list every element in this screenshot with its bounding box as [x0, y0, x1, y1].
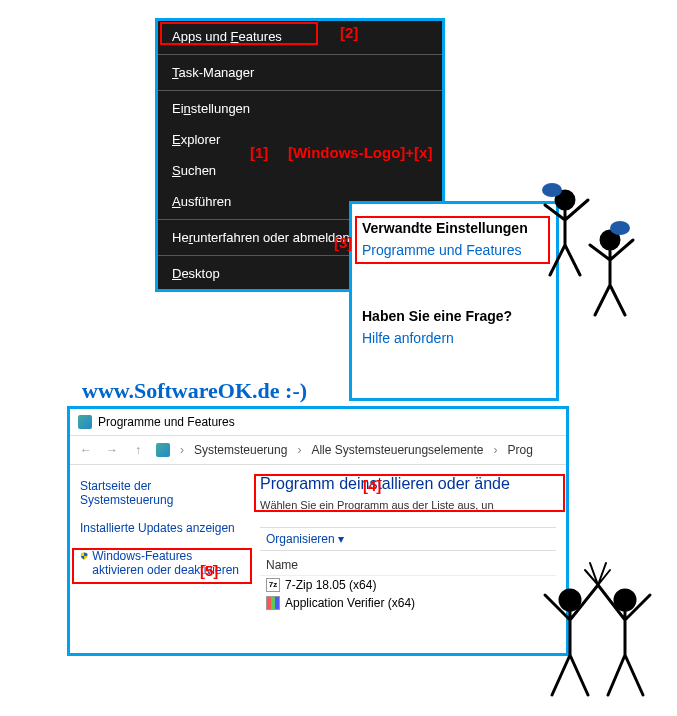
annotation-5: [5]	[200, 562, 218, 579]
app-icon	[266, 596, 280, 610]
sidebar-link-updates[interactable]: Installierte Updates anzeigen	[80, 521, 240, 535]
help-link[interactable]: Hilfe anfordern	[362, 330, 546, 346]
menu-item-settings[interactable]: Einstellungen	[158, 93, 442, 124]
annotation-4: [4]	[363, 477, 381, 494]
annotation-1-hint: [Windows-Logo]+[x]	[288, 144, 432, 161]
highlight-box-2	[160, 22, 318, 45]
highlight-box-3	[355, 216, 550, 264]
up-button[interactable]: ↑	[130, 442, 146, 458]
7zip-icon: 7z	[266, 578, 280, 592]
svg-point-2	[601, 231, 619, 249]
breadcrumb-item[interactable]: Systemsteuerung	[194, 443, 287, 457]
control-panel-icon	[156, 443, 170, 457]
program-row[interactable]: Application Verifier (x64)	[260, 594, 556, 612]
sidebar-link-home[interactable]: Startseite der Systemsteuerung	[80, 479, 240, 507]
menu-separator	[158, 90, 442, 91]
annotation-3: [3]	[334, 234, 352, 251]
crumb-sep-icon: ›	[180, 443, 184, 457]
programs-features-window: Programme und Features ← → ↑ › Systemste…	[67, 406, 569, 656]
highlight-box-5	[72, 548, 252, 584]
program-row[interactable]: 7z 7-Zip 18.05 (x64)	[260, 576, 556, 594]
annotation-2: [2]	[340, 24, 358, 41]
annotation-1: [1]	[250, 144, 268, 161]
highlight-box-4	[254, 474, 565, 512]
crumb-sep-icon: ›	[297, 443, 301, 457]
menu-separator	[158, 54, 442, 55]
breadcrumb-item[interactable]: Alle Systemsteuerungselemente	[311, 443, 483, 457]
window-titlebar: Programme und Features	[70, 409, 566, 436]
svg-point-1	[542, 183, 562, 197]
breadcrumb-item[interactable]: Prog	[507, 443, 532, 457]
navigation-bar: ← → ↑ › Systemsteuerung › Alle Systemste…	[70, 436, 566, 465]
crumb-sep-icon: ›	[493, 443, 497, 457]
control-panel-icon	[78, 415, 92, 429]
watermark-text: www.SoftwareOK.de :-)	[82, 378, 307, 404]
column-header-name[interactable]: Name	[260, 555, 556, 576]
svg-point-5	[615, 590, 635, 610]
forward-button[interactable]: →	[104, 442, 120, 458]
menu-item-task-manager[interactable]: Task-Manager	[158, 57, 442, 88]
question-heading: Haben Sie eine Frage?	[362, 308, 546, 324]
program-name: Application Verifier (x64)	[285, 596, 415, 610]
organize-button[interactable]: Organisieren ▾	[260, 527, 556, 551]
svg-point-3	[610, 221, 630, 235]
back-button[interactable]: ←	[78, 442, 94, 458]
program-name: 7-Zip 18.05 (x64)	[285, 578, 376, 592]
window-title: Programme und Features	[98, 415, 235, 429]
